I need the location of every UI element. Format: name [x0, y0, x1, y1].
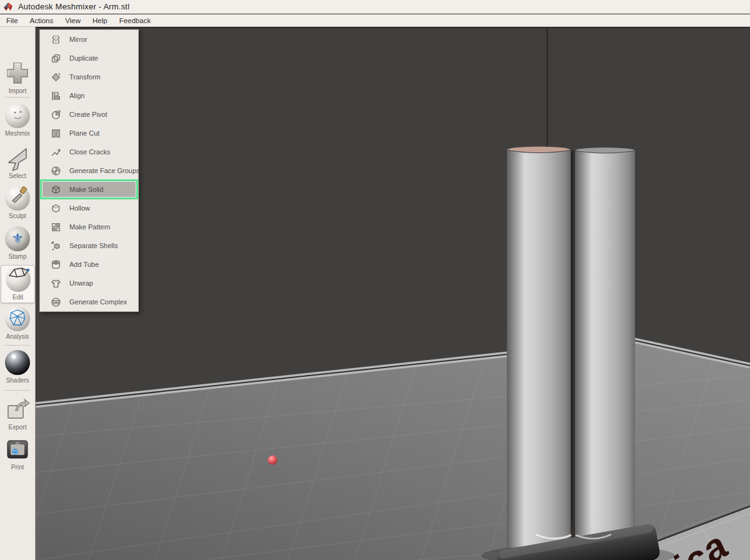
add-tube-icon	[51, 259, 61, 270]
separate-shells-icon	[51, 241, 61, 251]
sidebar-item-analysis[interactable]: Analysis	[0, 305, 35, 340]
import-plus-icon	[0, 59, 35, 87]
menu-item-label: Close Cracks	[69, 148, 110, 156]
sidebar-separator	[4, 390, 31, 391]
menu-item-label: Create Pivot	[69, 111, 108, 118]
duplicate-icon	[51, 53, 61, 64]
menu-item-add-tube[interactable]: Add Tube	[40, 255, 138, 274]
generate-complex-icon	[51, 297, 61, 308]
menu-item-separate-shells[interactable]: Separate Shells	[40, 236, 138, 255]
make-pattern-icon	[51, 222, 61, 232]
sidebar-item-meshmix[interactable]: Meshmix	[0, 102, 35, 137]
menu-bar: File Actions View Help Feedback	[0, 14, 750, 27]
menu-help[interactable]: Help	[92, 17, 108, 24]
sidebar-item-label: Edit	[1, 294, 34, 301]
create-pivot-icon	[51, 109, 61, 120]
menu-item-align[interactable]: Align	[40, 86, 138, 105]
menu-item-label: Transform	[69, 73, 101, 81]
menu-actions[interactable]: Actions	[30, 17, 54, 24]
menu-item-plane-cut[interactable]: Plane Cut	[40, 124, 138, 142]
menu-item-make-solid[interactable]: Make Solid	[40, 179, 138, 199]
menu-item-transform[interactable]: Transform	[40, 68, 138, 86]
menu-item-label: Unwrap	[69, 279, 93, 287]
sidebar-item-label: Select	[0, 172, 35, 179]
viewport-3d[interactable]: plica	[36, 27, 750, 560]
menu-item-label: Generate Face Groups	[69, 167, 140, 174]
edit-menu-panel: Mirror Duplicate Transform	[39, 29, 139, 312]
sidebar-item-label: Export	[0, 424, 35, 431]
export-arrow-icon	[0, 396, 35, 423]
transform-icon	[51, 72, 61, 82]
analysis-mesh-sphere-icon	[0, 305, 35, 332]
menu-item-make-pattern[interactable]: Make Pattern	[40, 218, 138, 236]
unwrap-icon	[51, 278, 61, 289]
menu-item-hollow[interactable]: Hollow	[40, 199, 138, 218]
cylinder-left[interactable]	[507, 147, 571, 559]
sidebar-separator	[4, 345, 31, 346]
select-arrow-icon	[0, 144, 35, 172]
menu-file[interactable]: File	[6, 17, 18, 24]
mirror-icon	[51, 34, 61, 45]
plane-cut-icon	[51, 128, 61, 139]
menu-item-create-pivot[interactable]: Create Pivot	[40, 105, 138, 124]
red-marker-dot[interactable]	[268, 456, 278, 465]
menu-item-duplicate[interactable]: Duplicate	[40, 49, 138, 68]
menu-item-label: Separate Shells	[69, 242, 118, 249]
hollow-icon	[51, 203, 61, 214]
sidebar-item-label: Import	[0, 88, 35, 94]
menu-item-mirror[interactable]: Mirror	[40, 30, 138, 49]
shaders-glossy-sphere-icon	[0, 349, 35, 376]
svg-text:⚜: ⚜	[11, 231, 24, 246]
sidebar-item-label: Sculpt	[0, 212, 35, 219]
sidebar-item-edit[interactable]: Edit	[1, 265, 35, 303]
sidebar-toolbar: Import Meshmix Select	[0, 27, 36, 560]
sidebar-item-print[interactable]: Print	[0, 436, 35, 471]
menu-item-generate-complex[interactable]: Generate Complex	[40, 292, 138, 311]
sidebar-item-label: Meshmix	[0, 130, 35, 137]
meshmixer-window: Autodesk Meshmixer - Arm.stl File Action…	[0, 0, 750, 560]
menu-item-label: Generate Complex	[69, 298, 127, 306]
menu-item-label: Make Pattern	[69, 223, 110, 231]
generate-face-groups-icon	[51, 166, 61, 176]
print-3d-printer-icon	[0, 436, 35, 463]
sidebar-item-select[interactable]: Select	[0, 144, 35, 179]
menu-item-label: Add Tube	[69, 261, 99, 268]
menu-item-close-cracks[interactable]: Close Cracks	[40, 142, 138, 161]
edit-wireframe-sphere-icon	[1, 266, 34, 293]
menu-item-label: Duplicate	[69, 54, 98, 62]
sidebar-item-import[interactable]: Import	[0, 59, 35, 94]
menu-item-label: Hollow	[69, 204, 90, 212]
window-title: Autodesk Meshmixer - Arm.stl	[18, 2, 129, 11]
menu-item-label: Make Solid	[69, 186, 103, 193]
cylinder-right[interactable]	[575, 148, 635, 555]
scene-canvas[interactable]: plica	[36, 27, 750, 560]
sidebar-item-label: Stamp	[0, 253, 35, 260]
menu-item-generate-face-groups[interactable]: Generate Face Groups	[40, 161, 138, 180]
sculpt-brush-sphere-icon	[0, 184, 35, 212]
menu-item-unwrap[interactable]: Unwrap	[40, 274, 138, 292]
menu-item-label: Mirror	[69, 36, 88, 43]
align-icon	[51, 91, 61, 101]
meshmixer-logo-icon	[3, 2, 13, 12]
sidebar-item-label: Shaders	[0, 377, 35, 384]
sidebar-separator	[4, 97, 31, 98]
stamp-fleur-sphere-icon: ⚜	[0, 225, 35, 252]
sidebar-item-export[interactable]: Export	[0, 396, 35, 431]
close-cracks-icon	[51, 147, 61, 158]
sidebar-item-label: Analysis	[0, 333, 35, 340]
menu-item-label: Plane Cut	[69, 129, 99, 137]
sidebar-item-stamp[interactable]: ⚜ Stamp	[0, 225, 35, 260]
title-bar: Autodesk Meshmixer - Arm.stl	[0, 0, 750, 14]
meshmix-sphere-icon	[0, 102, 35, 129]
make-solid-icon	[51, 184, 61, 195]
menu-item-label: Align	[69, 92, 84, 99]
menu-view[interactable]: View	[65, 17, 81, 24]
sidebar-item-sculpt[interactable]: Sculpt	[0, 184, 35, 219]
sidebar-item-shaders[interactable]: Shaders	[0, 349, 35, 384]
menu-feedback[interactable]: Feedback	[119, 17, 151, 24]
sidebar-item-label: Print	[0, 464, 35, 471]
